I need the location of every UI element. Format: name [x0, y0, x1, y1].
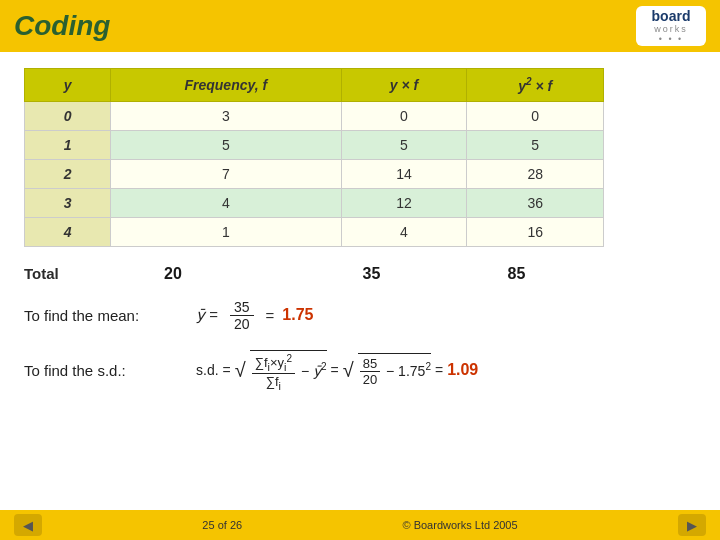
sd-val-num: 85: [360, 356, 380, 372]
sd-row: To find the s.d.: s.d. = √ ∑fi×yi2 ∑fi −…: [24, 350, 696, 392]
total-freq: 20: [154, 265, 299, 283]
sd-prefix: s.d. =: [196, 362, 231, 378]
cell-r2-c3: 28: [467, 159, 604, 188]
table-row: 1555: [25, 130, 604, 159]
cell-r4-c2: 4: [341, 217, 467, 246]
logo: board works • • •: [636, 6, 706, 46]
table-row: 0300: [25, 101, 604, 130]
cell-r4-c1: 1: [111, 217, 341, 246]
cell-r3-c1: 4: [111, 188, 341, 217]
sd-minus-val: − 1.752: [386, 363, 431, 379]
footer-bar: ◀ 25 of 26 © Boardworks Ltd 2005 ▶: [0, 510, 720, 540]
sd-val-den: 20: [360, 372, 380, 387]
mean-den: 20: [230, 316, 254, 332]
sd-under-sqrt: ∑fi×yi2 ∑fi − ȳ2: [250, 350, 327, 392]
cell-r0-c1: 3: [111, 101, 341, 130]
back-button[interactable]: ◀: [14, 514, 42, 536]
table-row: 41416: [25, 217, 604, 246]
mean-y-bar: ȳ =: [196, 306, 218, 324]
table-row: 341236: [25, 188, 604, 217]
coding-table: y Frequency, f y × f y2 × f 030015552714…: [24, 68, 604, 247]
logo-main: board: [652, 8, 691, 24]
cell-r4-c0: 4: [25, 217, 111, 246]
total-row: Total 20 35 85: [24, 265, 696, 283]
sd-fraction: ∑fi×yi2 ∑fi: [252, 353, 295, 392]
mean-num: 35: [230, 299, 254, 316]
sd-equals-2: =: [435, 362, 443, 378]
cell-r1-c3: 5: [467, 130, 604, 159]
page-number: 25 of 26: [202, 519, 242, 531]
sd-equals-1: =: [331, 362, 339, 378]
sd-frac-num: ∑fi×yi2: [252, 353, 295, 374]
cell-r3-c3: 36: [467, 188, 604, 217]
mean-equals: =: [266, 307, 275, 324]
sd-formula: s.d. = √ ∑fi×yi2 ∑fi − ȳ2 = √ 85 20 − 1.…: [196, 350, 478, 392]
mean-formula: ȳ = 35 20 = 1.75: [196, 299, 313, 332]
col-header-freq: Frequency, f: [111, 69, 341, 102]
col-header-yf: y × f: [341, 69, 467, 102]
total-y2f: 85: [444, 265, 589, 283]
logo-sub: works: [654, 24, 688, 34]
sd-val-fraction: 85 20: [360, 356, 380, 387]
cell-r2-c2: 14: [341, 159, 467, 188]
sd-values: 85 20 − 1.752: [358, 353, 431, 387]
mean-fraction: 35 20: [230, 299, 254, 332]
mean-row: To find the mean: ȳ = 35 20 = 1.75: [24, 299, 696, 332]
cell-r0-c3: 0: [467, 101, 604, 130]
cell-r1-c0: 1: [25, 130, 111, 159]
col-header-y: y: [25, 69, 111, 102]
cell-r1-c1: 5: [111, 130, 341, 159]
sqrt-sign: √: [235, 360, 246, 380]
cell-r0-c2: 0: [341, 101, 467, 130]
col-header-y2f: y2 × f: [467, 69, 604, 102]
page-title: Coding: [14, 10, 110, 42]
sqrt-sign-2: √: [343, 359, 354, 382]
cell-r3-c0: 3: [25, 188, 111, 217]
total-yf: 35: [299, 265, 444, 283]
cell-r1-c2: 5: [341, 130, 467, 159]
sd-label: To find the s.d.:: [24, 362, 184, 379]
total-label: Total: [24, 265, 154, 282]
logo-dots: • • •: [659, 34, 683, 44]
sd-minus-ybar2: − ȳ2: [301, 363, 327, 379]
cell-r4-c3: 16: [467, 217, 604, 246]
header-bar: Coding board works • • •: [0, 0, 720, 52]
cell-r3-c2: 12: [341, 188, 467, 217]
copyright-text: © Boardworks Ltd 2005: [402, 519, 517, 531]
sd-result: 1.09: [447, 361, 478, 379]
main-content: y Frequency, f y × f y2 × f 030015552714…: [0, 52, 720, 419]
mean-result: 1.75: [282, 306, 313, 324]
total-values: 20 35 85: [154, 265, 589, 283]
forward-button[interactable]: ▶: [678, 514, 706, 536]
sd-frac-den: ∑fi: [263, 374, 284, 392]
cell-r2-c0: 2: [25, 159, 111, 188]
cell-r0-c0: 0: [25, 101, 111, 130]
cell-r2-c1: 7: [111, 159, 341, 188]
mean-label: To find the mean:: [24, 307, 184, 324]
table-row: 271428: [25, 159, 604, 188]
